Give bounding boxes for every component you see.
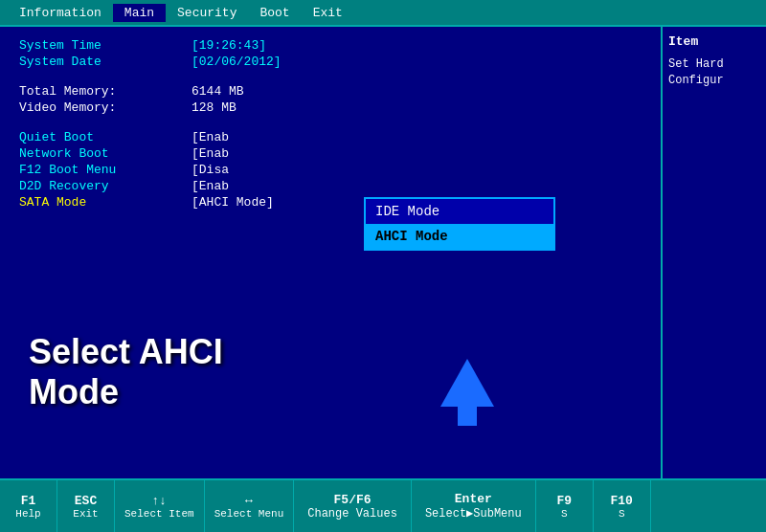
dropdown-item-ahci[interactable]: AHCI Mode bbox=[366, 224, 553, 249]
dropdown-item-ide[interactable]: IDE Mode bbox=[366, 199, 553, 224]
status-esc[interactable]: ESC Exit bbox=[57, 480, 115, 532]
f12-boot-row: F12 Boot Menu [Disa bbox=[19, 163, 642, 177]
esc-desc: Exit bbox=[73, 508, 98, 520]
total-memory-row: Total Memory: 6144 MB bbox=[19, 84, 642, 99]
enter-desc: Select▶SubMenu bbox=[425, 506, 522, 521]
sata-mode-dropdown[interactable]: IDE Mode AHCI Mode bbox=[364, 197, 555, 251]
status-arrows-updown: ↑↓ Select Item bbox=[115, 480, 205, 532]
status-enter: Enter Select▶SubMenu bbox=[412, 480, 536, 532]
quiet-boot-value: [Enab bbox=[192, 130, 229, 144]
annotation-text: Select AHCIMode bbox=[29, 332, 223, 411]
menubar: Information Main Security Boot Exit bbox=[0, 0, 766, 27]
system-time-value: [19:26:43] bbox=[192, 38, 266, 53]
lr-key: ↔ bbox=[245, 494, 253, 508]
d2d-recovery-row: D2D Recovery [Enab bbox=[19, 179, 642, 193]
system-date-value: [02/06/2012] bbox=[192, 55, 282, 69]
sata-mode-label: SATA Mode bbox=[19, 195, 192, 210]
d2d-recovery-label: D2D Recovery bbox=[19, 179, 192, 193]
menu-item-boot[interactable]: Boot bbox=[248, 4, 301, 22]
f12-boot-label: F12 Boot Menu bbox=[19, 163, 192, 177]
enter-key: Enter bbox=[455, 492, 492, 506]
system-date-row: System Date [02/06/2012] bbox=[19, 55, 642, 69]
sidebar-text-line1: Set Hard bbox=[668, 56, 760, 73]
sidebar-text-line2: Configur bbox=[668, 73, 760, 89]
quiet-boot-label: Quiet Boot bbox=[19, 130, 192, 144]
lr-desc: Select Menu bbox=[214, 508, 284, 520]
sata-mode-value: [AHCI Mode] bbox=[192, 195, 274, 210]
status-f5f6: F5/F6 Change Values bbox=[294, 480, 412, 532]
video-memory-row: Video Memory: 128 MB bbox=[19, 100, 642, 115]
menu-item-main[interactable]: Main bbox=[113, 4, 166, 22]
f1-desc: Help bbox=[15, 508, 40, 520]
f9-desc: S bbox=[561, 508, 568, 520]
f10-key: F10 bbox=[611, 494, 633, 508]
sidebar-title: Item bbox=[668, 34, 760, 49]
network-boot-row: Network Boot [Enab bbox=[19, 146, 642, 161]
updown-key: ↑↓ bbox=[152, 494, 168, 508]
f9-key: F9 bbox=[556, 494, 572, 508]
status-bar: F1 Help ESC Exit ↑↓ Select Item ↔ Select… bbox=[0, 478, 766, 532]
total-memory-label: Total Memory: bbox=[19, 84, 192, 99]
network-boot-label: Network Boot bbox=[19, 146, 192, 161]
status-f1[interactable]: F1 Help bbox=[0, 480, 57, 532]
menu-item-information[interactable]: Information bbox=[8, 4, 113, 22]
system-date-label: System Date bbox=[19, 55, 192, 69]
d2d-recovery-value: [Enab bbox=[192, 179, 229, 193]
f12-boot-value: [Disa bbox=[192, 163, 229, 177]
main-content: System Time [19:26:43] System Date [02/0… bbox=[0, 27, 766, 478]
system-time-label: System Time bbox=[19, 38, 192, 53]
esc-key: ESC bbox=[75, 494, 97, 508]
system-time-row: System Time [19:26:43] bbox=[19, 38, 642, 53]
updown-desc1: Select Item bbox=[124, 508, 194, 520]
status-arrows-leftright: ↔ Select Menu bbox=[205, 480, 295, 532]
status-f9[interactable]: F9 S bbox=[536, 480, 594, 532]
status-f10[interactable]: F10 S bbox=[594, 480, 651, 532]
center-panel: System Time [19:26:43] System Date [02/0… bbox=[0, 27, 661, 478]
menu-item-exit[interactable]: Exit bbox=[302, 4, 354, 22]
right-sidebar: Item Set Hard Configur bbox=[661, 27, 766, 478]
arrow-up-icon bbox=[440, 359, 494, 407]
f5f6-desc: Change Values bbox=[307, 507, 397, 521]
video-memory-label: Video Memory: bbox=[19, 100, 192, 115]
quiet-boot-row: Quiet Boot [Enab bbox=[19, 130, 642, 144]
video-memory-value: 128 MB bbox=[192, 100, 237, 115]
f1-key: F1 bbox=[21, 494, 36, 508]
network-boot-value: [Enab bbox=[192, 146, 229, 161]
menu-item-security[interactable]: Security bbox=[166, 4, 248, 22]
f10-desc: S bbox=[619, 508, 625, 520]
total-memory-value: 6144 MB bbox=[192, 84, 244, 99]
f5f6-key: F5/F6 bbox=[334, 493, 372, 507]
